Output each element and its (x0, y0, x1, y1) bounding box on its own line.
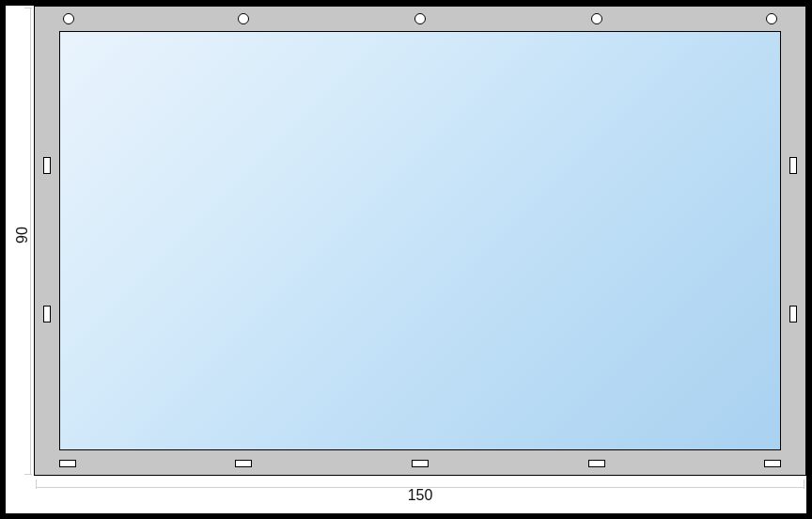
stage: 90 150 (0, 0, 812, 519)
panel-frame (34, 6, 806, 476)
lug-icon (43, 306, 51, 322)
lug-icon (789, 157, 797, 174)
grommet-icon (766, 13, 777, 24)
dim-tick (804, 480, 804, 489)
lug-icon (59, 460, 76, 467)
lug-icon (235, 460, 252, 467)
dimension-width-label: 150 (408, 487, 433, 504)
lug-icon (43, 157, 51, 174)
dimension-height-label: 90 (14, 227, 31, 244)
dim-tick (24, 474, 32, 475)
paper: 90 150 (6, 6, 806, 513)
dim-tick (30, 8, 31, 474)
dimension-width: 150 (34, 485, 806, 513)
dim-tick (36, 487, 804, 488)
lug-icon (789, 306, 797, 322)
grommet-icon (414, 13, 426, 24)
grommet-icon (591, 13, 602, 24)
lug-icon (764, 460, 781, 467)
lug-icon (412, 460, 429, 467)
lug-icon (588, 460, 605, 467)
glass-pane (59, 31, 781, 450)
grommet-icon (63, 13, 74, 24)
grommet-icon (238, 13, 249, 24)
